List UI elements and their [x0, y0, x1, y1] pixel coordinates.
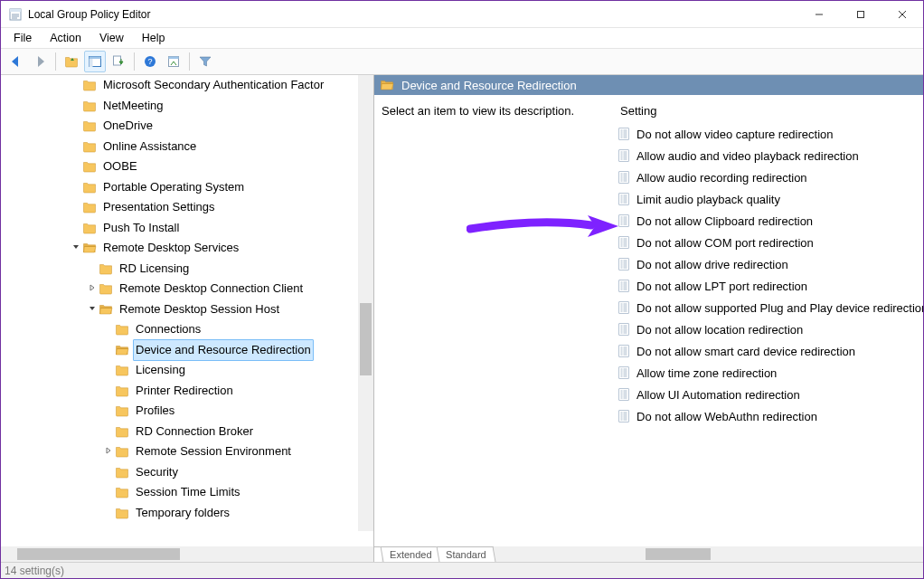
- policy-setting-label: Do not allow WebAuthn redirection: [636, 410, 817, 423]
- policy-item-icon: [617, 279, 631, 293]
- tree-item[interactable]: Printer Redirection: [1, 381, 373, 402]
- details-header: Device and Resource Redirection: [374, 75, 923, 95]
- tree-horizontal-scrollbar[interactable]: [1, 546, 373, 562]
- policy-setting-item[interactable]: Do not allow drive redirection: [617, 253, 923, 275]
- policy-setting-item[interactable]: Do not allow COM port redirection: [617, 232, 923, 253]
- filter-button[interactable]: [194, 51, 216, 72]
- policy-setting-item[interactable]: Do not allow location redirection: [617, 318, 923, 340]
- view-tabs: Extended Standard: [374, 540, 923, 562]
- tree-item[interactable]: OOBE: [1, 157, 373, 177]
- folder-open-icon: [99, 302, 113, 317]
- tree-item-label: OOBE: [100, 156, 140, 178]
- tree-item[interactable]: Microsoft Secondary Authentication Facto…: [1, 75, 373, 96]
- details-horizontal-scrollbar[interactable]: Extended Standard: [374, 546, 923, 562]
- policy-setting-item[interactable]: Allow audio and video playback redirecti…: [617, 145, 923, 166]
- tab-standard[interactable]: Standard: [437, 546, 496, 562]
- tree-item[interactable]: OneDrive: [1, 116, 373, 137]
- policy-item-icon: [617, 148, 631, 163]
- policy-setting-item[interactable]: Do not allow Clipboard redirection: [617, 210, 923, 232]
- policy-setting-label: Do not allow drive redirection: [636, 258, 788, 271]
- policy-setting-item[interactable]: Do not allow supported Plug and Play dev…: [617, 297, 923, 318]
- folder-icon: [99, 281, 113, 296]
- back-button[interactable]: [5, 51, 27, 72]
- tree-pane: Microsoft Secondary Authentication Facto…: [1, 75, 374, 562]
- tree-item[interactable]: Remote Session Environment: [1, 441, 373, 462]
- tree-item-label: Remote Desktop Connection Client: [117, 278, 306, 300]
- policy-setting-label: Do not allow video capture redirection: [636, 128, 834, 141]
- menu-help[interactable]: Help: [133, 30, 174, 46]
- folder-icon: [82, 139, 97, 154]
- chevron-down-icon[interactable]: [70, 238, 82, 259]
- policy-setting-item[interactable]: Allow time zone redirection: [617, 362, 923, 384]
- policy-setting-item[interactable]: Limit audio playback quality: [617, 188, 923, 210]
- policy-setting-item[interactable]: Do not allow LPT port redirection: [617, 275, 923, 297]
- tree-item[interactable]: Session Time Limits: [1, 482, 373, 503]
- close-button[interactable]: [882, 1, 923, 28]
- policy-item-icon: [617, 344, 631, 358]
- folder-icon: [82, 78, 97, 92]
- export-list-button[interactable]: [108, 51, 129, 72]
- folder-icon: [82, 200, 97, 214]
- chevron-down-icon[interactable]: [86, 299, 99, 320]
- tree-item-label: Remote Desktop Services: [100, 237, 241, 260]
- minimize-button[interactable]: [798, 1, 840, 28]
- policy-setting-label: Allow audio recording redirection: [636, 171, 807, 185]
- tree-item-label: OneDrive: [100, 115, 156, 138]
- folder-icon: [115, 403, 129, 418]
- tab-extended[interactable]: Extended: [381, 546, 441, 562]
- tree-item[interactable]: Connections: [1, 319, 373, 340]
- tree-item[interactable]: Portable Operating System: [1, 177, 373, 198]
- tree-item-label: Remote Session Environment: [133, 441, 294, 463]
- tree-item-label: Microsoft Secondary Authentication Facto…: [100, 75, 326, 97]
- policy-item-icon: [617, 365, 631, 380]
- help-button[interactable]: ?: [139, 51, 161, 72]
- chevron-right-icon[interactable]: [102, 441, 115, 462]
- tree-item[interactable]: Presentation Settings: [1, 197, 373, 218]
- folder-icon: [115, 424, 129, 439]
- tree-item[interactable]: RD Licensing: [1, 259, 373, 280]
- policy-setting-item[interactable]: Do not allow WebAuthn redirection: [617, 405, 923, 427]
- policy-setting-item[interactable]: Do not allow video capture redirection: [617, 123, 923, 145]
- tree-item[interactable]: Push To Install: [1, 218, 373, 239]
- tree-item-label: Presentation Settings: [100, 196, 218, 219]
- tree-item[interactable]: Online Assistance: [1, 137, 373, 157]
- tree-item[interactable]: Licensing: [1, 360, 373, 381]
- tree-item[interactable]: NetMeeting: [1, 96, 373, 117]
- properties-button[interactable]: [163, 51, 184, 72]
- show-tree-button[interactable]: [84, 51, 106, 72]
- policy-item-icon: [617, 322, 631, 337]
- svg-rect-21: [90, 57, 101, 60]
- tree-vertical-scrollbar[interactable]: [358, 75, 373, 531]
- tree-item[interactable]: Remote Desktop Connection Client: [1, 279, 373, 299]
- policy-setting-item[interactable]: Do not allow smart card device redirecti…: [617, 340, 923, 362]
- tree-item[interactable]: Remote Desktop Services: [1, 238, 373, 259]
- up-button[interactable]: [61, 51, 82, 72]
- menu-view[interactable]: View: [90, 30, 133, 46]
- policy-setting-item[interactable]: Allow UI Automation redirection: [617, 384, 923, 405]
- policy-item-icon: [617, 300, 631, 315]
- maximize-button[interactable]: [840, 1, 882, 28]
- menu-file[interactable]: File: [5, 30, 41, 46]
- folder-icon: [115, 322, 129, 337]
- policy-setting-item[interactable]: Allow audio recording redirection: [617, 166, 923, 188]
- policy-item-icon: [617, 409, 631, 423]
- column-header-setting[interactable]: Setting: [617, 95, 923, 123]
- titlebar: Local Group Policy Editor: [1, 1, 923, 28]
- tree-item[interactable]: Temporary folders: [1, 503, 373, 524]
- tree-item[interactable]: Security: [1, 462, 373, 483]
- tree-item[interactable]: Remote Desktop Session Host: [1, 299, 373, 320]
- policy-setting-label: Do not allow COM port redirection: [636, 236, 814, 250]
- svg-text:?: ?: [147, 57, 152, 66]
- folder-icon: [99, 261, 113, 276]
- chevron-right-icon[interactable]: [86, 279, 99, 299]
- folder-icon: [82, 180, 97, 195]
- policy-setting-label: Allow time zone redirection: [636, 366, 777, 380]
- tree-item[interactable]: Profiles: [1, 401, 373, 422]
- menu-action[interactable]: Action: [41, 30, 90, 46]
- forward-button[interactable]: [29, 51, 51, 72]
- policy-setting-label: Do not allow LPT port redirection: [636, 280, 807, 293]
- folder-open-icon: [82, 241, 97, 255]
- tree-item[interactable]: RD Connection Broker: [1, 422, 373, 442]
- tree-item-label: Temporary folders: [133, 502, 232, 525]
- tree-item[interactable]: Device and Resource Redirection: [1, 340, 373, 361]
